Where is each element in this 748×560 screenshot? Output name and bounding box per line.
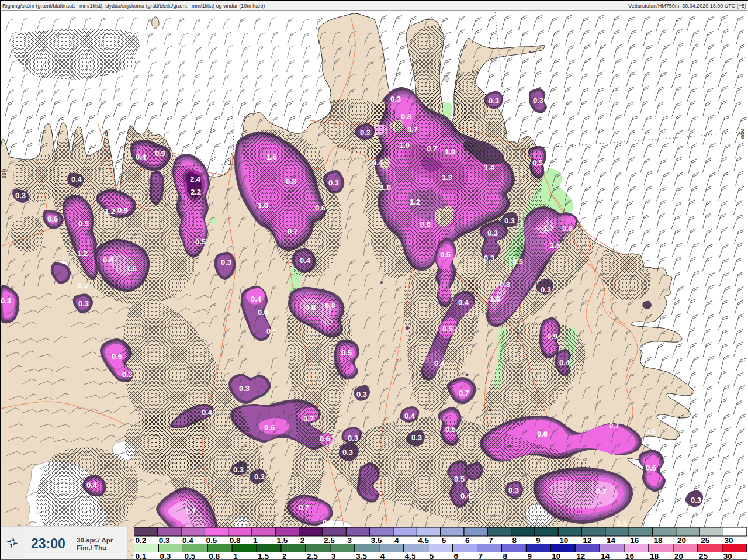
svg-text:2.5: 2.5 <box>324 536 335 545</box>
svg-text:0.2: 0.2 <box>136 536 147 545</box>
svg-text:0.3: 0.3 <box>159 536 170 545</box>
svg-text:12: 12 <box>583 536 592 545</box>
svg-text:0.5: 0.5 <box>206 536 217 545</box>
svg-text:6: 6 <box>465 536 470 545</box>
svg-text:3: 3 <box>347 536 352 545</box>
svg-text:30: 30 <box>725 536 733 545</box>
svg-text:4.5: 4.5 <box>418 536 429 545</box>
svg-text:18: 18 <box>654 536 663 545</box>
svg-text:9: 9 <box>536 536 541 545</box>
svg-text:2: 2 <box>300 536 305 545</box>
svg-text:4: 4 <box>394 536 399 545</box>
svg-text:1.5: 1.5 <box>276 536 288 545</box>
svg-text:8: 8 <box>512 536 517 545</box>
svg-text:16: 16 <box>630 536 639 545</box>
svg-text:20: 20 <box>677 536 686 545</box>
svg-text:25: 25 <box>701 536 710 545</box>
svg-text:14: 14 <box>607 536 616 545</box>
svg-text:7: 7 <box>489 536 493 545</box>
svg-text:0.4: 0.4 <box>182 536 193 545</box>
svg-text:3.5: 3.5 <box>371 536 382 545</box>
svg-text:1: 1 <box>253 536 258 545</box>
svg-text:10: 10 <box>559 536 568 545</box>
svg-text:0.8: 0.8 <box>230 536 241 545</box>
svg-text:5: 5 <box>442 536 446 545</box>
